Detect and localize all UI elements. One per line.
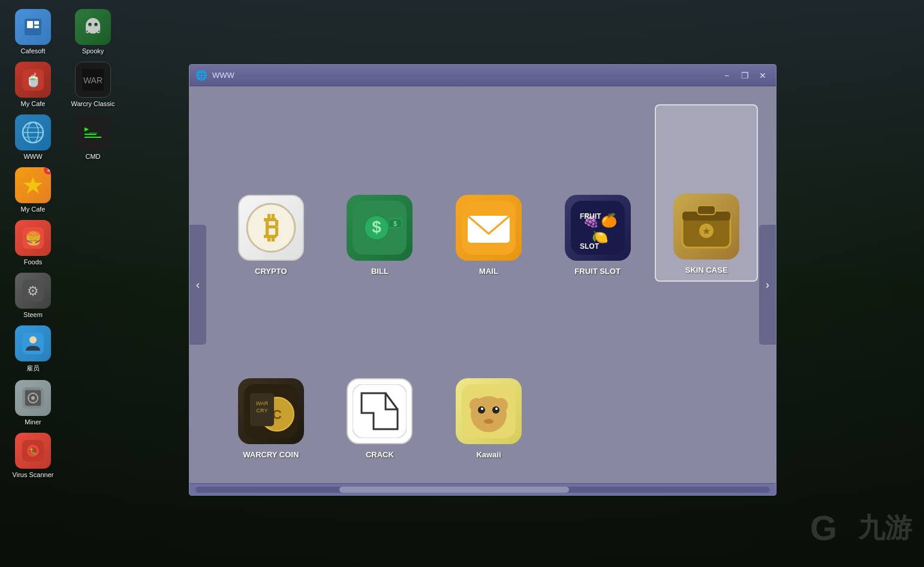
svg-text:🍵: 🍵 [25,72,42,88]
app-icon-skincase[interactable]: ★ SKIN CASE [655,104,758,282]
svg-rect-22 [85,137,101,138]
app-icon-crack[interactable]: CRACK [329,288,432,465]
sidebar-item-mycafe2[interactable]: 3 My Cafe [6,164,60,216]
desktop-sidebar: Cafesoft Spooky 🍵 My Cafe WAR Warcry Cla… [0,0,138,567]
window-title-icon: 🌐 [195,70,207,82]
foods-label: Foods [24,258,43,266]
sidebar-item-miner[interactable]: Miner [6,377,60,429]
crack-label: CRACK [366,450,394,459]
warcry-label: Warcry Classic [71,100,115,107]
svg-text:WAR: WAR [255,400,268,406]
app-icon-bill[interactable]: $$ BILL [329,104,432,282]
svg-point-8 [89,23,91,25]
main-window: 🌐 WWW − ❐ ✕ ‹ ₿ CRYPTO [189,64,776,496]
crypto-label: CRYPTO [255,267,287,276]
cmd-label: CMD [85,153,100,160]
skincase-icon: ★ [673,194,739,260]
employee-label: 雇员 [26,364,40,373]
window-titlebar: 🌐 WWW − ❐ ✕ [189,65,776,86]
mycafe2-icon: 3 [15,167,51,203]
cmd-icon: ▶__ [75,114,111,150]
scroll-left-arrow[interactable]: ‹ [189,225,206,345]
svg-rect-57 [697,206,715,215]
miner-icon [15,380,51,416]
mycafe2-label: My Cafe [21,206,46,213]
scroll-right-arrow[interactable]: › [759,225,776,345]
svg-point-73 [478,406,485,414]
sidebar-item-foods[interactable]: 🍔 Foods [6,217,60,269]
svg-marker-23 [23,177,43,194]
www-icon [15,114,51,150]
svg-point-75 [481,408,483,410]
bill-icon: $$ [347,195,413,261]
warcryCoin-icon: CWARCRY [238,378,304,444]
cafesoft-icon [15,9,51,45]
mail-label: MAIL [479,267,498,276]
svg-rect-2 [34,21,39,25]
svg-text:⚙: ⚙ [27,284,39,298]
window-scrollbar [189,483,776,495]
mycafe-label: My Cafe [21,100,46,107]
spooky-label: Spooky [82,47,104,55]
minimize-button[interactable]: − [720,70,734,82]
sidebar-item-mycafe[interactable]: 🍵 My Cafe [6,59,60,110]
svg-rect-3 [34,26,39,28]
miner-label: Miner [25,418,41,426]
app-icon-fruitslot[interactable]: 🍇🍊🍋FRUITSLOT FRUIT SLOT [546,104,649,282]
skincase-label: SKIN CASE [685,266,728,275]
steem-label: Steem [23,311,43,318]
crack-icon [347,378,413,444]
svg-text:$: $ [372,218,382,236]
sidebar-item-cafesoft[interactable]: Cafesoft [6,6,60,58]
svg-point-76 [495,408,498,410]
window-title: WWW [212,71,720,80]
virusscanner-icon: 🐛 [15,433,51,469]
foods-icon: 🍔 [15,220,51,256]
virusscanner-label: Virus Scanner [13,471,54,478]
svg-text:WAR: WAR [83,76,103,85]
scrollbar-thumb[interactable] [339,487,569,493]
svg-rect-48 [468,216,510,243]
kawaii-label: Kawaii [476,450,501,459]
sidebar-item-www[interactable]: WWW [6,111,60,163]
svg-rect-21 [85,134,97,135]
www-label: WWW [23,153,42,160]
sidebar-item-warcry[interactable]: WAR Warcry Classic [66,59,120,110]
svg-point-29 [29,336,37,343]
spooky-icon [75,9,111,45]
window-content: ‹ ₿ CRYPTO $$ BILL [189,86,776,483]
cafesoft-label: Cafesoft [21,47,46,55]
svg-text:FRUIT: FRUIT [580,212,601,221]
svg-point-9 [95,23,97,25]
sidebar-item-cmd[interactable]: ▶__ CMD [66,111,120,163]
sidebar-item-employee[interactable]: 雇员 [6,322,60,376]
svg-text:🍊: 🍊 [601,212,618,228]
svg-text:SLOT: SLOT [580,242,600,251]
svg-rect-1 [27,21,33,28]
mail-icon [456,195,522,261]
scrollbar-track[interactable] [195,487,770,493]
warcry-icon: WAR [75,62,111,98]
fruitslot-label: FRUIT SLOT [574,267,621,276]
bill-label: BILL [371,267,389,276]
sidebar-item-steem[interactable]: ⚙ Steem [6,270,60,321]
svg-text:CRY: CRY [256,408,267,414]
restore-button[interactable]: ❐ [738,70,752,82]
svg-text:🐛: 🐛 [29,447,37,455]
kawaii-icon [456,378,522,444]
svg-text:₿: ₿ [263,211,278,245]
app-icon-kawaii[interactable]: Kawaii [437,288,540,465]
svg-text:$: $ [394,221,398,227]
sidebar-item-virusscanner[interactable]: 🐛 Virus Scanner [6,430,60,481]
svg-text:★: ★ [702,226,711,236]
sidebar-item-spooky[interactable]: Spooky [66,6,120,58]
crypto-icon: ₿ [238,195,304,261]
mycafe-icon: 🍵 [15,62,51,98]
close-button[interactable]: ✕ [756,70,770,82]
app-icon-warcryCoin[interactable]: CWARCRY WARCRY COIN [219,288,323,465]
window-controls: − ❐ ✕ [720,70,770,82]
app-icon-crypto[interactable]: ₿ CRYPTO [219,104,323,282]
svg-text:🍔: 🍔 [25,230,42,246]
svg-point-33 [31,396,35,400]
app-icon-mail[interactable]: MAIL [437,104,540,282]
